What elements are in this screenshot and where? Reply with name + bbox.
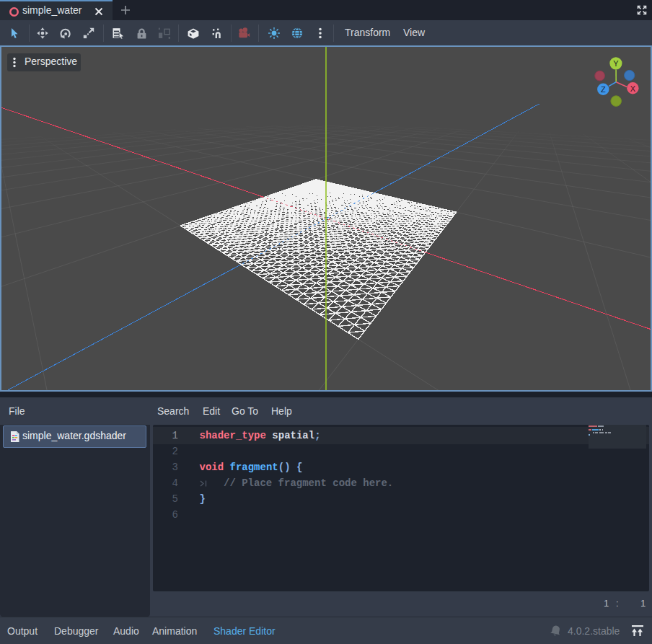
svg-text:Y: Y bbox=[613, 59, 619, 68]
svg-text:X: X bbox=[630, 84, 636, 93]
svg-text:Z: Z bbox=[601, 85, 606, 94]
